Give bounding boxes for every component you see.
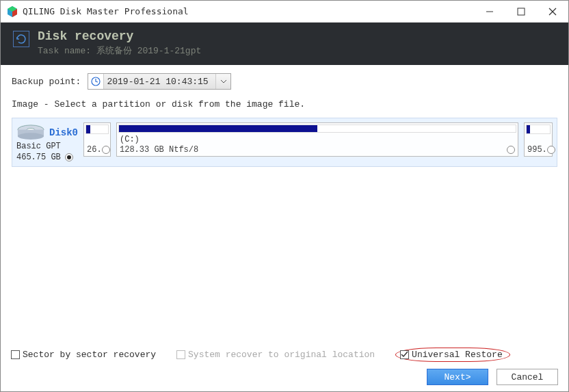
partition-size: 128.33 GB Ntfs/8: [120, 145, 198, 155]
app-logo-icon: [6, 5, 18, 18]
option-label: Sector by sector recovery: [23, 350, 156, 360]
content-area: Backup point: 2019-01-21 10:43:15 Image …: [1, 65, 568, 167]
backup-point-row: Backup point: 2019-01-21 10:43:15: [12, 73, 557, 90]
partition-radio[interactable]: [547, 146, 555, 154]
task-name-label: Task name:: [38, 46, 91, 56]
minimize-button[interactable]: [474, 1, 505, 23]
checkbox-icon: [400, 350, 409, 359]
backup-point-value: 2019-01-21 10:43:15: [103, 74, 215, 89]
disk-type: Basic GPT: [16, 142, 78, 151]
chevron-down-icon: [215, 74, 230, 89]
page-title: Disk recovery: [38, 29, 201, 43]
disk-size: 465.75 GB: [16, 153, 61, 162]
svg-rect-4: [518, 8, 525, 15]
disk-radio[interactable]: [65, 153, 73, 161]
partition-1[interactable]: (C:) 128.33 GB Ntfs/8: [116, 122, 518, 157]
close-button[interactable]: [537, 1, 568, 23]
disk-info: Disk0 Basic GPT 465.75 GB: [16, 122, 78, 162]
options-row: Sector by sector recovery System recover…: [11, 348, 558, 362]
disk-icon: [16, 124, 45, 142]
partition-usage-bar: [526, 125, 551, 134]
checkbox-icon: [176, 350, 185, 359]
task-name-line: Task name: 系统备份 2019-1-21gpt: [38, 44, 201, 57]
backup-point-select[interactable]: 2019-01-21 10:43:15: [88, 73, 231, 90]
wizard-header: Disk recovery Task name: 系统备份 2019-1-21g…: [1, 23, 568, 65]
disk-pane: Disk0 Basic GPT 465.75 GB 26. (C:) 128.3…: [12, 118, 557, 167]
maximize-button[interactable]: [505, 1, 537, 23]
partition-label: (C:): [117, 134, 518, 145]
partition-size: 995.: [527, 145, 547, 155]
universal-restore-option[interactable]: Universal Restore: [400, 350, 503, 360]
clock-icon: [88, 77, 103, 86]
partition-usage-bar: [118, 125, 516, 133]
universal-restore-highlight: Universal Restore: [395, 348, 510, 362]
option-label: System recover to original location: [188, 350, 375, 360]
window-title: QILING Disk Master Professional: [23, 6, 474, 16]
task-name-value: 系统备份 2019-1-21gpt: [96, 46, 201, 56]
window-controls: [474, 1, 568, 23]
checkbox-icon: [11, 350, 20, 359]
svg-point-11: [18, 133, 44, 140]
system-recover-option: System recover to original location: [176, 350, 375, 360]
sector-recovery-option[interactable]: Sector by sector recovery: [11, 350, 156, 360]
restore-icon: [13, 31, 29, 47]
partition-0[interactable]: 26.: [83, 122, 111, 157]
partition-2[interactable]: 995.: [524, 122, 553, 157]
backup-point-label: Backup point:: [12, 77, 81, 87]
titlebar: QILING Disk Master Professional: [1, 1, 568, 23]
next-button[interactable]: Next>: [427, 369, 488, 385]
image-hint: Image - Select a partition or disk from …: [12, 99, 557, 109]
option-label: Universal Restore: [412, 350, 503, 360]
partition-radio[interactable]: [507, 146, 515, 154]
partition-size: 26.: [87, 145, 102, 155]
partition-usage-bar: [85, 125, 109, 134]
footer-buttons: Next> Cancel: [427, 369, 558, 385]
disk-name: Disk0: [49, 127, 78, 138]
cancel-button[interactable]: Cancel: [497, 369, 558, 385]
partition-radio[interactable]: [102, 146, 110, 154]
